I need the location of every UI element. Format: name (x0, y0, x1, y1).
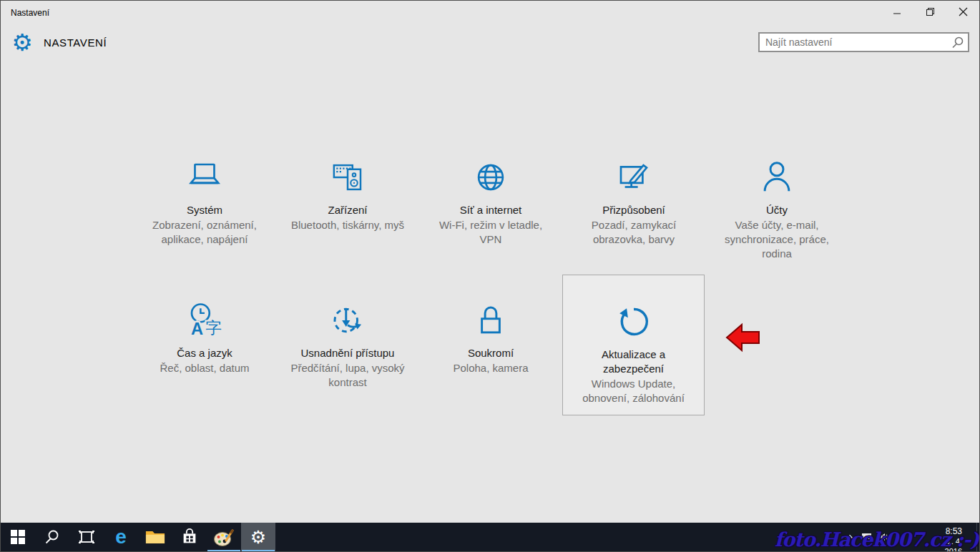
tile-ty[interactable]: ÚčtyVaše účty, e-mail, synchronizace, pr… (705, 158, 848, 261)
tile-subtitle: Pozadí, zamykací obrazovka, barvy (571, 218, 697, 247)
person-icon (705, 158, 848, 197)
red-left-arrow (725, 322, 762, 353)
tile-title: Soukromí (428, 346, 554, 360)
tile-subtitle: Poloha, kamera (428, 361, 554, 375)
tile-subtitle: Zobrazení, oznámení, aplikace, napájení (142, 218, 268, 247)
titlebar: Nastavení (1, 1, 979, 26)
personalization-icon (562, 158, 705, 197)
close-icon (959, 7, 968, 16)
search-icon (951, 36, 964, 49)
tile-subtitle: Wi-Fi, režim v letadle, VPN (428, 218, 554, 247)
tile-title: Aktualizace a zabezpečení (571, 348, 697, 376)
running-indicator (207, 550, 240, 551)
lock-icon (419, 301, 562, 340)
windows-logo-icon (10, 529, 26, 545)
search-box (758, 32, 969, 52)
tile-subtitle: Řeč, oblast, datum (142, 361, 268, 375)
globe-icon (419, 158, 562, 197)
svg-text:字: 字 (205, 318, 222, 337)
tile-za-zen[interactable]: ZařízeníBluetooth, tiskárny, myš (276, 158, 419, 232)
ease-of-access-icon (276, 301, 419, 340)
restore-icon (926, 7, 935, 16)
taskbar-start-button[interactable] (1, 523, 35, 551)
tile-aktualizace-a-zabezpe-en[interactable]: Aktualizace a zabezpečeníWindows Update,… (562, 275, 705, 415)
update-refresh-icon (563, 302, 704, 341)
taskbar-edge-button[interactable]: e (104, 523, 138, 551)
minimize-icon (893, 8, 901, 16)
window-controls (881, 1, 979, 23)
tile-s-a-internet[interactable]: Síť a internetWi-Fi, režim v letadle, VP… (419, 158, 562, 247)
restore-button[interactable] (913, 1, 946, 23)
tile-subtitle: Předčítání, lupa, vysoký kontrast (285, 361, 411, 390)
task-view-icon (77, 530, 96, 544)
page-title: NASTAVENÍ (44, 36, 107, 49)
svg-text:A: A (191, 320, 203, 338)
folder-icon (145, 529, 165, 546)
tile-soukrom[interactable]: SoukromíPoloha, kamera (419, 301, 562, 375)
tile-title: Účty (714, 203, 840, 217)
tile-subtitle: Vaše účty, e-mail, synchronizace, práce,… (714, 218, 840, 261)
tile-title: Čas a jazyk (142, 346, 268, 360)
tile-title: Síť a internet (428, 203, 554, 217)
taskbar-paint-button[interactable] (207, 523, 241, 551)
search-input[interactable] (765, 34, 948, 51)
tile-title: Zařízení (285, 203, 411, 217)
close-button[interactable] (946, 1, 979, 23)
time-language-icon: A 字 (133, 301, 276, 340)
taskbar-buttons: e ⚙ (1, 523, 275, 551)
taskbar-search-icon (44, 529, 60, 545)
laptop-icon (133, 158, 276, 197)
tile-title: Usnadnění přístupu (285, 346, 411, 360)
minimize-button[interactable] (881, 1, 913, 23)
taskbar-store-button[interactable] (172, 523, 207, 551)
paint-palette-icon (213, 527, 235, 547)
taskbar-search-button[interactable] (35, 523, 69, 551)
tile-as-a-jazyk[interactable]: A 字Čas a jazykŘeč, oblast, datum (133, 301, 276, 375)
tile-usnadn-n-p-stupu[interactable]: Usnadnění přístupuPředčítání, lupa, vyso… (276, 301, 419, 390)
running-indicator (242, 550, 275, 551)
window-title: Nastavení (11, 8, 49, 18)
settings-window: Nastavení ⚙ NASTAVENÍ (0, 0, 980, 552)
taskbar-task-view-button[interactable] (69, 523, 104, 551)
tile-title: Přizpůsobení (571, 203, 697, 217)
edge-icon: e (115, 527, 127, 547)
tile-syst-m[interactable]: SystémZobrazení, oznámení, aplikace, nap… (133, 158, 276, 247)
tile-p-izp-soben[interactable]: PřizpůsobeníPozadí, zamykací obrazovka, … (562, 158, 705, 247)
tile-subtitle: Bluetooth, tiskárny, myš (285, 218, 411, 232)
store-bag-icon (180, 528, 199, 546)
tile-title: Systém (142, 203, 268, 217)
devices-icon (276, 158, 419, 197)
tile-subtitle: Windows Update, obnovení, zálohování (571, 377, 697, 405)
taskbar-gear-icon: ⚙ (250, 528, 266, 546)
taskbar-settings-button[interactable]: ⚙ (241, 523, 275, 551)
watermark: foto.Hacek007.cz :-) (775, 528, 979, 551)
taskbar-file-explorer-button[interactable] (138, 523, 172, 551)
settings-gear-icon: ⚙ (9, 29, 35, 55)
